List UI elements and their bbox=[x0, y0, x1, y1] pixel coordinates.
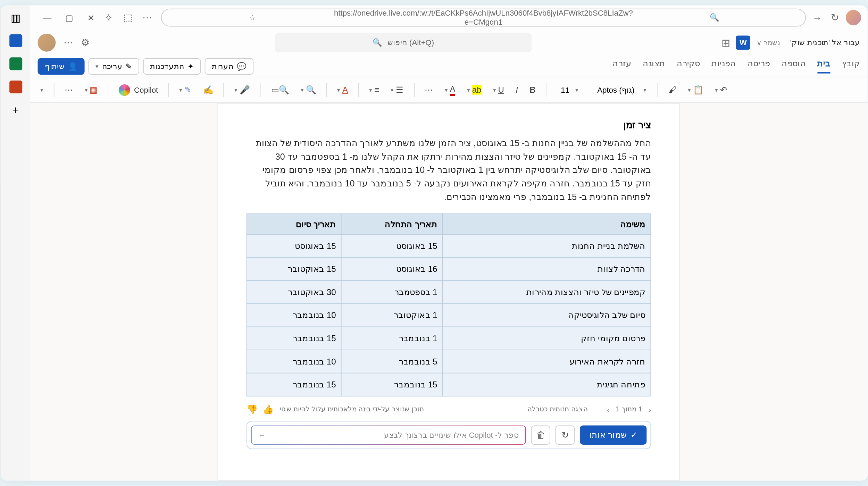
table-row[interactable]: קמפיינים של טיזר והצצות מהירות1 בספטמבר3… bbox=[247, 280, 651, 304]
italic-icon[interactable]: I bbox=[512, 83, 522, 98]
font-size-field[interactable]: ▾ bbox=[553, 83, 583, 97]
app-header: ⋯ ⚙ (Alt+Q) חיפוש 🔍 עבור אל 'תוכנית שוק'… bbox=[30, 30, 867, 56]
maximize-icon[interactable]: ▢ bbox=[65, 13, 74, 22]
tab-עזרה[interactable]: עזרה bbox=[612, 59, 631, 74]
doc-paragraph: החל מההשלמה של בניין החנות ב- 15 באוגוסט… bbox=[247, 137, 651, 204]
table-row[interactable]: פתיחה חגיגית15 בנובמבר15 בנובמבר bbox=[247, 373, 651, 396]
discard-icon[interactable]: 🗑 bbox=[531, 425, 551, 445]
search-icon: 🔍 bbox=[373, 38, 382, 47]
editor-icon[interactable]: ✍ bbox=[199, 83, 217, 98]
ai-disclaimer: תוכן שנוצר על-ידי בינה מלאכותית עלול להי… bbox=[280, 405, 424, 413]
tab-הוספה[interactable]: הוספה bbox=[782, 59, 806, 74]
add-app-icon[interactable]: ＋ bbox=[8, 103, 23, 117]
highlight-icon[interactable]: ab ▾ bbox=[463, 83, 485, 98]
tab-פריסה[interactable]: פריסה bbox=[748, 59, 770, 74]
extensions-icon[interactable]: ⬚ bbox=[123, 12, 132, 23]
paragraph-icon[interactable]: ≡ ▾ bbox=[365, 83, 383, 98]
bold-icon[interactable]: B bbox=[526, 83, 540, 98]
search-icon: 🔍 bbox=[633, 13, 796, 22]
prev-icon[interactable]: ‹ bbox=[649, 405, 651, 413]
next-icon[interactable]: › bbox=[607, 405, 609, 413]
close-icon[interactable]: ✕ bbox=[86, 13, 95, 22]
share-button[interactable]: 👤 שיתוף bbox=[38, 58, 85, 74]
regenerate-icon[interactable]: ↻ bbox=[556, 425, 575, 445]
tab-הפניות[interactable]: הפניות bbox=[711, 59, 736, 74]
styles-icon[interactable]: A ▾ bbox=[333, 83, 352, 98]
undo-icon[interactable]: ↶ ▾ bbox=[711, 83, 731, 98]
overflow-icon[interactable]: ⋯ bbox=[64, 37, 73, 48]
table-row[interactable]: פרסום מקומי חזק1 בנובמבר15 בנובמבר bbox=[247, 327, 651, 350]
save-status[interactable]: נשמר ∨ bbox=[757, 39, 780, 47]
ribbon-expand-icon[interactable]: ▾ bbox=[36, 84, 47, 95]
bullets-icon[interactable]: ☰ ▾ bbox=[387, 83, 407, 98]
word-logo-icon: W bbox=[736, 35, 750, 50]
table-header: תאריך התחלה bbox=[341, 213, 443, 234]
address-bar[interactable]: ☆ https://onedrive.live.com/:w:/t/EaCKkP… bbox=[161, 9, 806, 27]
dictate-icon[interactable]: 🎤 ▾ bbox=[231, 83, 254, 98]
format-painter-icon[interactable]: 🖌 bbox=[664, 83, 680, 98]
result-counter: 1 מתוך 1 bbox=[616, 405, 642, 413]
send-icon[interactable]: ← bbox=[258, 430, 266, 439]
copilot-logo-icon bbox=[119, 84, 130, 95]
catchup-button[interactable]: ✦ התעדכנות bbox=[143, 58, 201, 74]
minimize-icon[interactable]: — bbox=[43, 13, 52, 22]
tab-קובץ[interactable]: קובץ bbox=[842, 59, 860, 74]
table-header: תאריך סיום bbox=[247, 213, 342, 234]
ribbon-toolbar: ▾ ⋯ ▦ ▾ Copilot ✎ ▾ ✍ 🎤 ▾ 🔍▭ 🔍 ▾ A ▾ ≡ ▾… bbox=[30, 77, 867, 103]
collections-icon[interactable]: ▥ bbox=[8, 10, 23, 25]
powerpoint-app-icon[interactable] bbox=[8, 80, 23, 94]
table-row[interactable]: סיום שלב הלוגיסטיקה1 באוקטובר10 בנובמבר bbox=[247, 303, 651, 327]
profile-avatar[interactable] bbox=[846, 10, 861, 25]
tab-בית[interactable]: בית bbox=[817, 59, 830, 74]
document-title[interactable]: עבור אל 'תוכנית שוק' bbox=[790, 38, 860, 47]
app-launcher-icon[interactable]: ⊞ bbox=[721, 36, 730, 49]
paste-icon[interactable]: 📋 ▾ bbox=[684, 83, 707, 98]
view-as-table-link[interactable]: הצגה חזותית כטבלה bbox=[527, 405, 588, 413]
url-text: https://onedrive.live.com/:w:/t/EaCKkPs6… bbox=[334, 9, 633, 27]
tab-תצוגה[interactable]: תצוגה bbox=[643, 59, 665, 74]
find-icon[interactable]: 🔍 ▾ bbox=[297, 83, 320, 98]
copilot-prompt-input[interactable]: ספר ל- Copilot אילו שינויים ברצונך לבצע … bbox=[251, 425, 526, 445]
browser-titlebar: ✕ ▢ — ⋯ ⬚ ✧ ☆ https://onedrive.live.com/… bbox=[30, 6, 867, 30]
find-replace-icon[interactable]: 🔍▭ bbox=[267, 83, 293, 98]
excel-app-icon[interactable] bbox=[8, 57, 23, 71]
more-formatting-icon[interactable]: ⋯ bbox=[421, 83, 437, 98]
table-style-icon[interactable]: ▦ ▾ bbox=[81, 83, 101, 98]
edit-button[interactable]: ✎ עריכה ▾ bbox=[89, 58, 139, 74]
word-app-icon[interactable] bbox=[8, 34, 23, 48]
copilot-button[interactable]: Copilot bbox=[115, 82, 162, 98]
designer-icon[interactable]: ✎ ▾ bbox=[175, 83, 195, 98]
underline-icon[interactable]: U ▾ bbox=[489, 83, 508, 98]
app-window: ▥ ＋ ✕ ▢ — ⋯ ⬚ ✧ ☆ https://onedrive.live.… bbox=[0, 6, 868, 481]
font-color-icon[interactable]: A ▾ bbox=[441, 82, 459, 98]
table-row[interactable]: חזרה לקראת האירוע5 בנובמבר10 בנובמבר bbox=[247, 350, 651, 373]
font-name-field[interactable]: ▾ bbox=[586, 83, 651, 97]
user-avatar[interactable] bbox=[38, 34, 56, 52]
table-row[interactable]: הדרכה לצוות16 באוגוסט15 באוקטובר bbox=[247, 257, 651, 280]
refresh-icon[interactable]: ↻ bbox=[831, 12, 839, 23]
keep-it-button[interactable]: ✓ שמור אותו bbox=[580, 425, 647, 445]
copilot-footer: ‹ 1 מתוך 1 › הצגה חזותית כטבלה תוכן שנוצ… bbox=[247, 404, 651, 414]
settings-icon[interactable]: ⚙ bbox=[81, 37, 89, 48]
copilot-action-row: ✓ שמור אותו ↻ 🗑 ספר ל- Copilot אילו שינו… bbox=[247, 421, 651, 449]
doc-heading: ציר זמן bbox=[247, 119, 651, 131]
ribbon-tabs-row: 👤 שיתוף ✎ עריכה ▾ ✦ התעדכנות 💬 הערות קוב… bbox=[30, 56, 867, 77]
document-canvas[interactable]: ציר זמן החל מההשלמה של בניין החנות ב- 15… bbox=[30, 103, 867, 481]
more-icon[interactable]: ⋯ bbox=[142, 12, 152, 23]
timeline-table[interactable]: משימהתאריך התחלהתאריך סיום השלמת בניית ה… bbox=[247, 213, 651, 396]
document-page: ציר זמן החל מההשלמה של בניין החנות ב- 15… bbox=[218, 103, 680, 481]
table-header: משימה bbox=[443, 213, 651, 234]
app-rail: ▥ ＋ bbox=[0, 6, 30, 481]
table-row[interactable]: השלמת בניית החנות15 באוגוסט15 באוגוסט bbox=[247, 234, 651, 257]
thumbs-down-icon[interactable]: 👎 bbox=[247, 404, 257, 414]
search-input[interactable]: (Alt+Q) חיפוש 🔍 bbox=[275, 33, 532, 52]
forward-icon[interactable]: → bbox=[812, 12, 822, 23]
comments-button[interactable]: 💬 הערות bbox=[205, 58, 254, 74]
favorites-icon[interactable]: ✧ bbox=[105, 12, 113, 23]
main-area: ✕ ▢ — ⋯ ⬚ ✧ ☆ https://onedrive.live.com/… bbox=[30, 6, 867, 481]
more-options-icon[interactable]: ⋯ bbox=[61, 83, 77, 98]
thumbs-up-icon[interactable]: 👍 bbox=[262, 404, 273, 414]
tab-סקירה[interactable]: סקירה bbox=[677, 59, 700, 74]
